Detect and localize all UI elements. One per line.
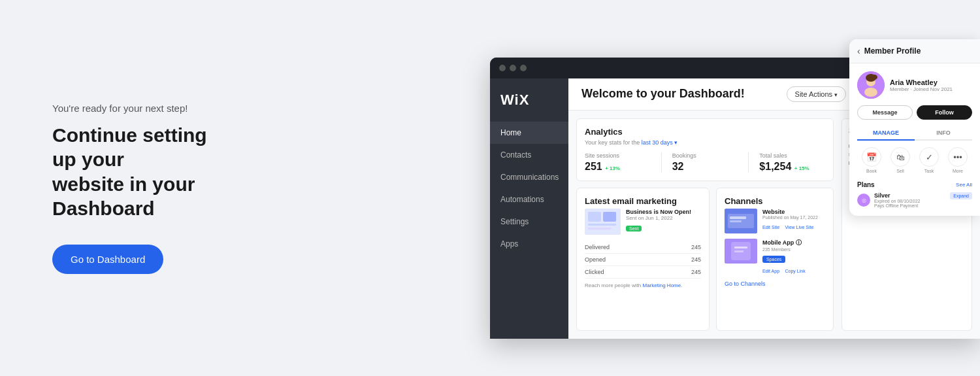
email-status-badge: Sent xyxy=(626,226,642,231)
dashboard-bottom-row: Latest email marketing xyxy=(576,188,834,331)
svg-rect-1 xyxy=(588,212,601,222)
analytics-stats: Site sessions 251 + 13% Bookings 32 xyxy=(585,152,825,173)
channels-title: Channels xyxy=(725,196,825,206)
dashboard-title: Welcome to your Dashboard! xyxy=(581,87,745,101)
email-info: Business is Now Open! Sent on Jun 1, 202… xyxy=(626,209,691,233)
task-label: Task xyxy=(924,169,934,173)
channel-website-info: Website Published on May 17, 2022 Edit S… xyxy=(762,209,818,231)
sidebar-item-settings[interactable]: Settings xyxy=(490,211,568,233)
profile-name: Aria Wheatley xyxy=(890,78,953,86)
plan-name: Silver xyxy=(874,192,920,199)
stat-total-sales: Total sales $1,254 + 15% xyxy=(759,152,825,173)
analytics-link[interactable]: last 30 days ▾ xyxy=(642,139,678,146)
sidebar-item-contacts[interactable]: Contacts xyxy=(490,144,568,166)
sell-icon[interactable]: 🛍 xyxy=(890,147,910,167)
plan-item-silver: ◎ Silver Expired on 08/10/2022 Pays Offl… xyxy=(857,192,972,208)
sidebar-item-communications[interactable]: Communications xyxy=(490,166,568,188)
message-button[interactable]: Message xyxy=(857,105,913,120)
channels-card: Channels xyxy=(716,188,834,331)
edit-site-link[interactable]: Edit Site xyxy=(762,225,779,230)
stat-divider-2 xyxy=(748,152,749,173)
member-profile-card: ‹ Member Profile Aria Wheat xyxy=(849,39,980,216)
stat-label-bookings: Bookings xyxy=(672,152,738,159)
stat-value-sales: $1,254 + 15% xyxy=(759,161,825,173)
wix-sidebar: WiX Home Contacts Communications Automat… xyxy=(490,78,568,339)
main-title: Continue setting up your website in your… xyxy=(52,123,235,221)
profile-tabs: MANAGE INFO xyxy=(857,126,972,141)
wix-logo: WiX xyxy=(490,92,568,122)
channel-mobile-thumb xyxy=(725,239,757,264)
view-live-site-link[interactable]: View Live Site xyxy=(785,225,814,230)
stat-bookings: Bookings 32 xyxy=(672,152,738,173)
more-label: More xyxy=(953,169,963,173)
channel-website-sub: Published on May 17, 2022 xyxy=(762,215,818,220)
browser-dot-red xyxy=(499,65,506,71)
channel-website-name: Website xyxy=(762,209,818,215)
left-panel: You're ready for your next step! Continu… xyxy=(0,0,274,376)
analytics-card: Analytics Your key stats for the last 30… xyxy=(576,118,834,181)
stat-value-sessions: 251 + 13% xyxy=(585,161,651,173)
stat-value-bookings: 32 xyxy=(672,161,738,173)
analytics-subtitle: Your key stats for the last 30 days ▾ xyxy=(585,139,825,146)
sidebar-item-apps[interactable]: Apps xyxy=(490,233,568,255)
book-icon[interactable]: 📅 xyxy=(862,147,881,167)
channel-website-links: Edit Site View Live Site xyxy=(762,220,818,231)
channel-website-thumb xyxy=(725,209,757,233)
title-line2: website in your Dashboard xyxy=(52,173,195,220)
stat-label-sales: Total sales xyxy=(759,152,825,159)
svg-rect-4 xyxy=(588,228,611,230)
more-icon[interactable]: ••• xyxy=(948,147,968,167)
email-name: Business is Now Open! xyxy=(626,209,691,215)
marketing-home-link[interactable]: Marketing Home xyxy=(643,282,681,288)
stat-divider-1 xyxy=(661,152,662,173)
svg-rect-7 xyxy=(730,216,746,219)
svg-point-15 xyxy=(864,88,877,97)
sidebar-item-home[interactable]: Home xyxy=(490,122,568,144)
profile-card-header: ‹ Member Profile xyxy=(849,39,980,63)
browser-dot-yellow xyxy=(510,65,516,71)
channel-mobile-info: Mobile App ⓘ 235 Members Spaces Edit App… xyxy=(762,239,808,275)
plans-section: Plans See All ◎ Silver Expired on 08/10/… xyxy=(857,181,972,208)
profile-card-body: Aria Wheatley Member · Joined Nov 2021 M… xyxy=(849,63,980,216)
tab-info[interactable]: INFO xyxy=(915,126,972,139)
plan-sub1: Expired on 08/10/2022 xyxy=(874,199,920,203)
email-preview: Business is Now Open! Sent on Jun 1, 202… xyxy=(585,209,701,235)
book-label: Book xyxy=(866,169,877,173)
email-marketing-card: Latest email marketing xyxy=(576,188,710,331)
edit-app-link[interactable]: Edit App xyxy=(762,269,779,273)
profile-icon-more: ••• More xyxy=(948,147,968,173)
profile-icon-book: 📅 Book xyxy=(862,147,881,173)
copy-link[interactable]: Copy Link xyxy=(785,269,806,273)
site-actions-button[interactable]: Site Actions xyxy=(787,86,846,102)
email-stat-clicked: Clicked 245 xyxy=(585,266,701,279)
profile-icons-row: 📅 Book 🛍 Sell ✓ Task ••• More xyxy=(857,147,972,173)
profile-actions: Message Follow xyxy=(857,105,972,120)
profile-icon-task: ✓ Task xyxy=(919,147,939,173)
profile-info: Aria Wheatley Member · Joined Nov 2021 xyxy=(890,78,953,92)
profile-avatar xyxy=(857,71,885,99)
profile-top: Aria Wheatley Member · Joined Nov 2021 xyxy=(857,71,972,99)
task-icon[interactable]: ✓ xyxy=(919,147,939,167)
follow-button[interactable]: Follow xyxy=(917,105,972,120)
email-sent-date: Sent on Jun 1, 2022 xyxy=(626,215,691,221)
title-line1: Continue setting up your xyxy=(52,124,207,171)
channel-mobile-links: Edit App Copy Link xyxy=(762,264,808,275)
plans-see-all-link[interactable]: See All xyxy=(956,182,972,188)
browser-dot-green xyxy=(520,65,527,71)
dashboard-col-left: Analytics Your key stats for the last 30… xyxy=(576,118,834,331)
stat-site-sessions: Site sessions 251 + 13% xyxy=(585,152,651,173)
email-marketing-title: Latest email marketing xyxy=(585,196,701,206)
go-to-channels-link[interactable]: Go to Channels xyxy=(725,281,825,287)
go-to-dashboard-button[interactable]: Go to Dashboard xyxy=(52,245,163,274)
svg-rect-2 xyxy=(603,212,616,222)
plan-expand-button[interactable]: Expand xyxy=(950,192,972,199)
plans-header: Plans See All xyxy=(857,181,972,188)
profile-icon-sell: 🛍 Sell xyxy=(890,147,910,173)
tab-manage[interactable]: MANAGE xyxy=(857,126,915,141)
email-footer: Reach more people with Marketing Home. xyxy=(585,282,701,288)
sidebar-item-automations[interactable]: Automations xyxy=(490,188,568,211)
back-button[interactable]: ‹ xyxy=(857,46,860,56)
svg-rect-11 xyxy=(734,247,747,248)
spaces-badge: Spaces xyxy=(762,256,785,263)
email-stat-opened: Opened 245 xyxy=(585,254,701,266)
